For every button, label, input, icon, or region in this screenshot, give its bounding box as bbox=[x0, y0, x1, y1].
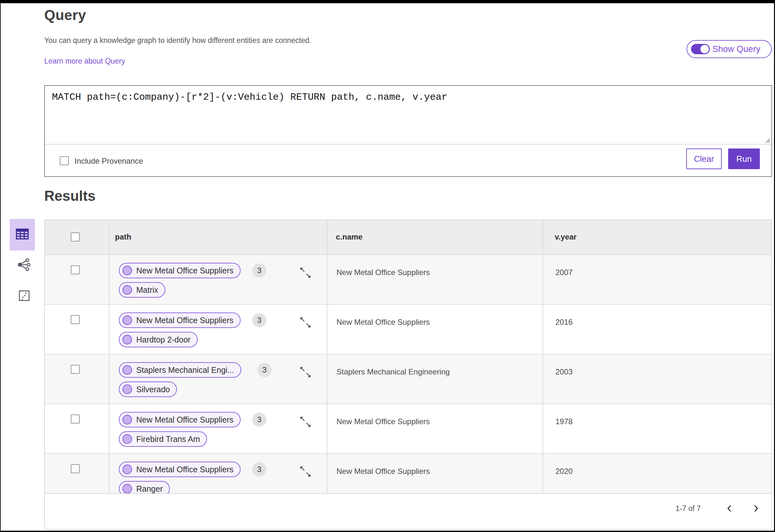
query-input[interactable]: MATCH path=(c:Company)-[r*2]-(v:Vehicle)… bbox=[45, 86, 771, 144]
map-view-icon bbox=[17, 289, 31, 304]
expand-icon[interactable]: ↖↘ bbox=[299, 465, 315, 480]
table-footer: 1-7 of 7 bbox=[45, 493, 771, 529]
page-title: Query bbox=[44, 7, 86, 23]
node-icon bbox=[122, 384, 132, 394]
column-divider bbox=[327, 220, 327, 494]
row-checkbox[interactable] bbox=[71, 365, 80, 374]
cell-vyear: 2016 bbox=[556, 318, 573, 327]
toggle-knob bbox=[700, 45, 709, 53]
column-header-cname: c.name bbox=[336, 232, 362, 241]
clear-button[interactable]: Clear bbox=[686, 148, 722, 169]
select-all-checkbox[interactable] bbox=[71, 232, 80, 241]
query-page: Query You can query a knowledge graph to… bbox=[0, 0, 775, 532]
graph-view-button[interactable] bbox=[16, 258, 32, 273]
node-icon bbox=[122, 465, 132, 474]
node-label: Silverado bbox=[136, 385, 170, 394]
path-node-pill[interactable]: Hardtop 2-door bbox=[119, 332, 198, 347]
edge-count-badge: 3 bbox=[252, 313, 266, 327]
edge-count-badge: 3 bbox=[252, 462, 266, 476]
node-label: New Metal Office Suppliers bbox=[136, 415, 233, 425]
toggle-on-icon[interactable] bbox=[691, 44, 710, 54]
pagination-range: 1-7 of 7 bbox=[676, 504, 701, 513]
next-page-button[interactable] bbox=[750, 502, 762, 515]
cell-vyear: 2007 bbox=[556, 268, 573, 277]
page-description: You can query a knowledge graph to ident… bbox=[44, 36, 311, 45]
cell-cname: Staplers Mechanical Engineering bbox=[336, 367, 450, 376]
expand-icon[interactable]: ↖↘ bbox=[299, 415, 315, 431]
map-view-button[interactable] bbox=[17, 289, 31, 303]
cell-cname: New Metal Office Suppliers bbox=[336, 268, 430, 277]
node-label: Matrix bbox=[136, 285, 158, 295]
graph-view-icon bbox=[16, 257, 31, 273]
path-node-pill[interactable]: Firebird Trans Am bbox=[119, 431, 207, 447]
node-label: New Metal Office Suppliers bbox=[136, 465, 233, 474]
column-header-path: path bbox=[115, 232, 131, 241]
path-node-pill[interactable]: Staplers Mechanical Engi... bbox=[119, 362, 241, 378]
cell-vyear: 2020 bbox=[556, 467, 573, 476]
window-frame-top bbox=[0, 0, 775, 3]
path-node-pill[interactable]: New Metal Office Suppliers bbox=[119, 263, 240, 278]
expand-icon[interactable]: ↖↘ bbox=[299, 316, 315, 331]
path-node-pill[interactable]: New Metal Office Suppliers bbox=[119, 312, 240, 328]
results-title: Results bbox=[44, 188, 96, 204]
expand-icon[interactable]: ↖↘ bbox=[299, 266, 315, 281]
textarea-resize-grip-icon[interactable] bbox=[764, 137, 770, 143]
include-provenance-label[interactable]: Include Provenance bbox=[75, 157, 143, 166]
path-node-pill[interactable]: Silverado bbox=[119, 382, 177, 397]
panel-divider bbox=[45, 144, 771, 145]
path-node-pill[interactable]: New Metal Office Suppliers bbox=[119, 412, 240, 427]
cell-cname: New Metal Office Suppliers bbox=[336, 417, 430, 426]
cell-vyear: 2003 bbox=[556, 367, 573, 376]
cell-vyear: 1978 bbox=[556, 417, 573, 426]
node-label: Hardtop 2-door bbox=[136, 335, 190, 344]
row-checkbox[interactable] bbox=[71, 315, 80, 324]
table-view-icon bbox=[15, 226, 30, 243]
node-icon bbox=[122, 415, 132, 425]
expand-icon[interactable]: ↖↘ bbox=[299, 365, 315, 381]
node-icon bbox=[122, 365, 132, 375]
column-divider bbox=[109, 220, 109, 494]
node-icon bbox=[122, 434, 132, 444]
node-icon bbox=[122, 315, 132, 325]
window-frame-left bbox=[0, 0, 1, 532]
table-view-button[interactable] bbox=[10, 219, 35, 251]
edge-count-badge: 3 bbox=[252, 263, 266, 278]
row-checkbox[interactable] bbox=[71, 265, 80, 274]
column-divider bbox=[543, 220, 543, 494]
table-row: Staplers Mechanical Engi... 3 ↖↘ Silvera… bbox=[45, 354, 771, 404]
row-checkbox[interactable] bbox=[71, 464, 80, 473]
results-table: path c.name v.year New Metal Office Supp… bbox=[44, 220, 772, 530]
node-label: New Metal Office Suppliers bbox=[136, 266, 233, 275]
node-icon bbox=[122, 285, 132, 295]
learn-more-link[interactable]: Learn more about Query bbox=[44, 57, 125, 66]
path-node-pill[interactable]: Matrix bbox=[119, 282, 165, 298]
node-icon bbox=[122, 335, 132, 344]
show-query-toggle[interactable]: Show Query bbox=[687, 40, 772, 58]
node-icon bbox=[122, 266, 132, 275]
chevron-left-icon bbox=[725, 509, 734, 514]
row-checkbox[interactable] bbox=[71, 414, 80, 424]
path-node-pill[interactable]: New Metal Office Suppliers bbox=[119, 462, 240, 477]
previous-page-button[interactable] bbox=[723, 502, 736, 515]
edge-count-badge: 3 bbox=[252, 413, 266, 427]
table-body: New Metal Office Suppliers 3 ↖↘ Matrix N… bbox=[45, 254, 771, 503]
query-editor-panel: MATCH path=(c:Company)-[r*2]-(v:Vehicle)… bbox=[44, 85, 772, 177]
table-header-row: path c.name v.year bbox=[45, 220, 771, 254]
node-label: Firebird Trans Am bbox=[136, 435, 200, 444]
node-label: Ranger bbox=[136, 484, 163, 494]
node-icon bbox=[122, 484, 132, 494]
cell-cname: New Metal Office Suppliers bbox=[336, 467, 430, 476]
node-label: Staplers Mechanical Engi... bbox=[136, 365, 234, 375]
show-query-label: Show Query bbox=[712, 44, 760, 54]
include-provenance-checkbox[interactable] bbox=[60, 156, 69, 165]
table-row: New Metal Office Suppliers 3 ↖↘ Firebird… bbox=[45, 404, 771, 453]
window-frame-bottom bbox=[0, 531, 775, 532]
node-label: New Metal Office Suppliers bbox=[136, 316, 233, 325]
cell-cname: New Metal Office Suppliers bbox=[336, 318, 430, 327]
run-button[interactable]: Run bbox=[728, 148, 760, 169]
column-header-vyear: v.year bbox=[555, 232, 577, 241]
table-row: New Metal Office Suppliers 3 ↖↘ Hardtop … bbox=[45, 304, 771, 354]
edge-count-badge: 3 bbox=[257, 363, 271, 377]
chevron-right-icon bbox=[751, 509, 760, 514]
table-row: New Metal Office Suppliers 3 ↖↘ Matrix N… bbox=[45, 254, 771, 304]
